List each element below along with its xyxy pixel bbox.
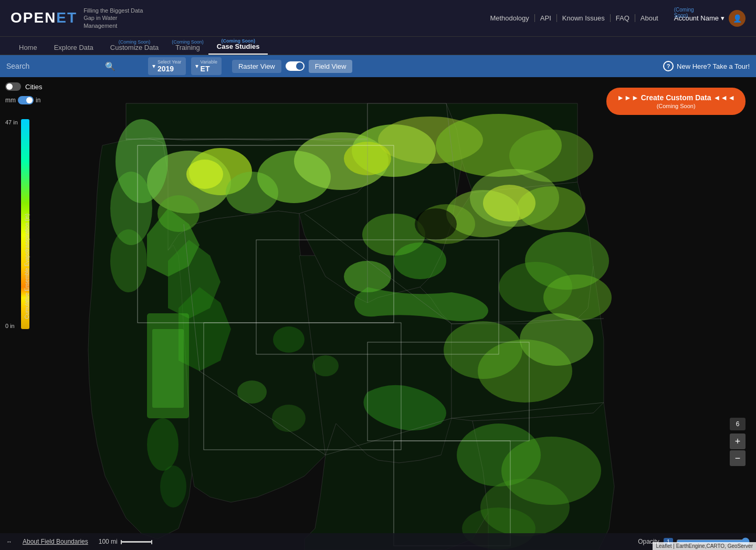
- header: OPENET Filling the Biggest Data Gap in W…: [0, 0, 756, 37]
- nav-about[interactable]: About: [635, 14, 664, 22]
- zoom-in-button[interactable]: +: [730, 433, 746, 449]
- legend-title: Cumulative Ensemble Evapotranspiration (…: [24, 214, 30, 319]
- svg-point-39: [186, 160, 223, 189]
- svg-point-29: [110, 229, 147, 292]
- custom-data-coming-soon: (Coming Soon): [617, 102, 735, 110]
- nav-known-issues[interactable]: Known Issues: [557, 14, 611, 22]
- compass-arrows: ↔: [6, 538, 12, 545]
- scale-value: 100 mi: [99, 538, 118, 545]
- coming-soon-account: (Coming Soon): [674, 7, 709, 18]
- zoom-controls: 6 + −: [730, 418, 746, 466]
- top-nav: Methodology API Known Issues FAQ About: [485, 14, 663, 22]
- about-boundaries-link[interactable]: About Field Boundaries: [23, 538, 88, 545]
- legend-labels: 47 in 0 in: [5, 119, 18, 329]
- map-container[interactable]: Cities mm in 47 in 0 in Cumulative Ensem…: [0, 77, 756, 550]
- svg-point-42: [483, 185, 536, 221]
- compass-control[interactable]: ↔: [6, 538, 12, 545]
- logo[interactable]: OPENET: [10, 9, 77, 26]
- svg-point-23: [273, 326, 304, 353]
- year-dropdown[interactable]: ▾ Select Year 2019: [148, 57, 186, 75]
- search-container: 🔍: [6, 61, 143, 71]
- map-attribution: Leaflet | EarthEngine,CARTO, GeoServer: [653, 542, 756, 550]
- svg-point-24: [312, 355, 339, 376]
- tagline: Filling the Biggest Data Gap in Water Ma…: [83, 7, 152, 29]
- custom-data-arrows-right: ◄◄◄: [713, 93, 735, 102]
- legend: 47 in 0 in Cumulative Ensemble Evapotran…: [5, 119, 29, 329]
- legend-max: 47 in: [5, 119, 18, 125]
- nav-training[interactable]: (Coming Soon) Training: [167, 40, 208, 55]
- training-coming-soon: (Coming Soon): [172, 39, 204, 45]
- svg-point-26: [272, 405, 306, 432]
- search-bar: 🔍 ▾ Select Year 2019 ▾ Variable ET Raste…: [0, 55, 756, 77]
- in-label: in: [36, 97, 40, 104]
- nav-customize-data[interactable]: (Coming Soon) Customize Data: [102, 40, 167, 55]
- field-view-button[interactable]: Field View: [309, 60, 353, 73]
- bottom-bar: ↔ About Field Boundaries 100 mi Opacity …: [0, 533, 756, 550]
- nav-api[interactable]: API: [535, 14, 557, 22]
- logo-area: OPENET Filling the Biggest Data Gap in W…: [10, 7, 152, 29]
- account-dropdown-arrow: ▾: [721, 14, 724, 22]
- svg-point-30: [147, 418, 178, 471]
- svg-point-25: [237, 380, 267, 404]
- custom-data-arrows-left: ►►►: [617, 93, 639, 102]
- account-area: (Coming Soon) Account Name ▾ 👤: [674, 10, 746, 27]
- avatar[interactable]: 👤: [729, 10, 746, 27]
- variable-dropdown[interactable]: ▾ Variable ET: [191, 57, 222, 75]
- customize-coming-soon: (Coming Soon): [119, 39, 151, 45]
- scale-bar: 100 mi: [99, 538, 152, 545]
- year-label: Select Year: [158, 59, 182, 65]
- zoom-out-button[interactable]: −: [730, 450, 746, 466]
- cities-toggle-control: Cities: [5, 82, 43, 91]
- help-icon: ?: [663, 61, 674, 71]
- case-studies-coming-soon: (Coming Soon): [221, 38, 255, 44]
- create-custom-data-button[interactable]: ►►► Create Custom Data ◄◄◄ (Coming Soon): [606, 88, 746, 115]
- logo-open: OPEN: [10, 9, 56, 26]
- mm-label: mm: [5, 97, 16, 104]
- year-value: 2019: [158, 65, 174, 73]
- nav-explore-data[interactable]: Explore Data: [46, 40, 102, 55]
- legend-min: 0 in: [5, 323, 18, 329]
- view-toggle-switch[interactable]: [286, 61, 304, 71]
- secondary-nav: Home Explore Data (Coming Soon) Customiz…: [0, 37, 756, 55]
- variable-label: Variable: [201, 59, 217, 65]
- map-canvas[interactable]: [0, 77, 756, 550]
- left-sidebar: Cities mm in: [5, 82, 43, 104]
- scale-line: [121, 541, 152, 543]
- unit-toggle-control: mm in: [5, 96, 43, 104]
- search-input[interactable]: [6, 62, 101, 70]
- nav-case-studies[interactable]: (Coming Soon) Case Studies: [208, 39, 268, 55]
- variable-value: ET: [201, 65, 210, 73]
- cities-toggle[interactable]: [5, 82, 21, 91]
- unit-toggle-switch[interactable]: [18, 96, 34, 104]
- custom-data-label: Create Custom Data: [641, 93, 711, 102]
- cities-label: Cities: [25, 83, 43, 91]
- svg-rect-12: [152, 329, 184, 408]
- nav-home[interactable]: Home: [10, 40, 46, 55]
- tour-button[interactable]: ? New Here? Take a Tour!: [663, 61, 750, 71]
- view-toggle: Raster View Field View: [232, 60, 353, 73]
- nav-faq[interactable]: FAQ: [611, 14, 635, 22]
- zoom-level: 6: [730, 418, 746, 430]
- raster-view-button[interactable]: Raster View: [232, 60, 281, 73]
- search-button[interactable]: 🔍: [105, 61, 116, 71]
- svg-point-41: [415, 208, 457, 240]
- logo-et: ET: [56, 9, 77, 26]
- svg-point-14: [394, 242, 446, 279]
- nav-methodology[interactable]: Methodology: [485, 14, 534, 22]
- svg-point-31: [160, 466, 186, 507]
